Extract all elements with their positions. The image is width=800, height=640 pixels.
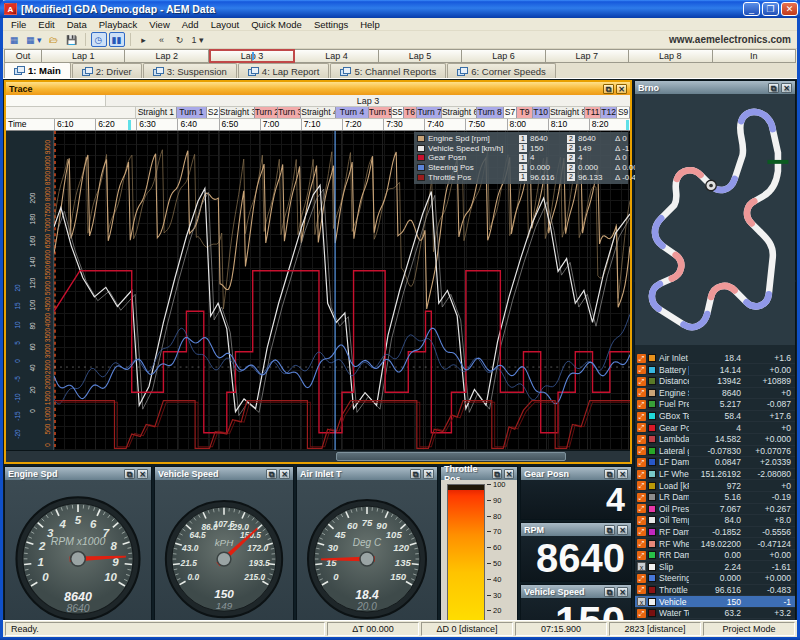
tab-corner-speeds[interactable]: 6: Corner Speeds: [447, 63, 555, 78]
lap-tab-lap-6[interactable]: Lap 6: [462, 49, 545, 63]
menu-view[interactable]: View: [143, 19, 175, 30]
channel-row-vehicle-speed-k[interactable]: xVehicle Speed [k...150-1: [635, 596, 795, 608]
channel-row-water-temp-c[interactable]: ⤢Water Temp [°C]63.2+3.2: [635, 608, 795, 620]
channel-row-load-kpa[interactable]: ⤢Load [kPa]972+0: [635, 480, 795, 492]
vehicle-speed-panel-header[interactable]: Vehicle Speed⧉✕: [155, 467, 293, 480]
lap-tab-lap-8[interactable]: Lap 8: [629, 49, 712, 63]
channel-row-rf-wheel-spd-k[interactable]: ⤢RF Wheel Spd [k...149.02200-0.47124: [635, 538, 795, 550]
open-button[interactable]: 🗁: [46, 32, 62, 47]
website-link[interactable]: www.aemelectronics.com: [669, 34, 791, 45]
engine-speed-popout-icon[interactable]: ⧉: [124, 469, 135, 479]
trace-chart[interactable]: 0500100015002000250030003500400045005000…: [6, 131, 630, 450]
trace-horizontal-scrollbar[interactable]: [6, 450, 630, 462]
trace-panel-header[interactable]: Trace ⧉ ✕: [6, 82, 630, 95]
channel-row-air-inlet-t-c[interactable]: ⤢Air Inlet T [°C]18.4+1.6: [635, 353, 795, 365]
log-channel-icon: ⤢: [637, 481, 646, 490]
gear-position-digital-header[interactable]: Gear Posn⧉✕: [521, 467, 631, 480]
menu-quick-mode[interactable]: Quick Mode: [245, 19, 308, 30]
engine-speed-panel-header[interactable]: Engine Spd⧉✕: [5, 467, 151, 480]
lap-tab-lap-7[interactable]: Lap 7: [546, 49, 629, 63]
menu-data[interactable]: Data: [61, 19, 93, 30]
throttle-pos-popout-icon[interactable]: ⧉: [492, 469, 502, 479]
menu-settings[interactable]: Settings: [308, 19, 354, 30]
maximize-button[interactable]: ❐: [762, 2, 779, 16]
plot-area[interactable]: Engine Spd [rpm]1864028640Δ 0Vehicle Spe…: [54, 131, 630, 450]
vehicle-speed-close-icon[interactable]: ✕: [617, 587, 628, 597]
vehicle-speed-digital-header[interactable]: Vehicle Speed⧉✕: [521, 585, 631, 598]
fast-play-button[interactable]: «: [154, 32, 170, 47]
tab-channel-reports[interactable]: 5: Channel Reports: [330, 63, 446, 78]
menu-file[interactable]: File: [5, 19, 32, 30]
lap-tab-lap-5[interactable]: Lap 5: [379, 49, 462, 63]
channel-row-steering-pos[interactable]: ⤢Steering Pos0.000+0.000: [635, 573, 795, 585]
air-inlet-temp-popout-icon[interactable]: ⧉: [410, 469, 421, 479]
channel-row-battery-v[interactable]: ⤢Battery [V]14.14+0.00: [635, 364, 795, 376]
play-button[interactable]: ▸: [136, 32, 152, 47]
tab-suspension[interactable]: 3: Suspension: [143, 63, 237, 78]
new-window-button[interactable]: ▦: [6, 32, 22, 47]
close-button[interactable]: ✕: [781, 2, 798, 16]
lap-tab-lap-1[interactable]: Lap 1: [42, 49, 125, 63]
channel-row-fuel-press-bar[interactable]: ⤢Fuel Press [bar]5.217-0.087: [635, 399, 795, 411]
value-axis: 0500100015002000250030003500400045005000…: [6, 131, 54, 450]
channel-row-engine-spd-rpm[interactable]: ⤢Engine Spd [rpm]8640+0: [635, 388, 795, 400]
track-map-header[interactable]: Brno ⧉ ✕: [635, 81, 795, 94]
vehicle-speed-popout-icon[interactable]: ⧉: [604, 587, 615, 597]
gear-position-close-icon[interactable]: ✕: [617, 469, 628, 479]
air-inlet-temp-panel-header[interactable]: Air Inlet T⧉✕: [297, 467, 437, 480]
rpm-digital-header[interactable]: RPM⧉✕: [521, 523, 631, 536]
vehicle-speed-unit-label: kPH: [215, 537, 234, 548]
lap-tab-lap-2[interactable]: Lap 2: [125, 49, 208, 63]
tab-lap-report[interactable]: 4: Lap Report: [238, 63, 330, 78]
time-cursor-toggle[interactable]: ◷: [91, 32, 107, 47]
marker-toggle[interactable]: ▮▮: [109, 32, 125, 47]
gear-position-popout-icon[interactable]: ⧉: [604, 469, 615, 479]
replay-button[interactable]: ↻: [172, 32, 188, 47]
channel-row-oil-temp-c[interactable]: ⤢Oil Temp [°C]84.0+8.0: [635, 515, 795, 527]
trace-close-icon[interactable]: ✕: [616, 84, 627, 94]
new-window-dropdown[interactable]: ▦ ▾: [24, 32, 44, 47]
menu-playback[interactable]: Playback: [93, 19, 144, 30]
channel-row-distance[interactable]: ⤢Distance13942+10889: [635, 376, 795, 388]
vehicle-speed-digital-panel: Vehicle Speed⧉✕150: [520, 584, 632, 620]
vehicle-speed-popout-icon[interactable]: ⧉: [266, 469, 277, 479]
channel-row-throttle-pos[interactable]: ⤢Throttle Pos96.616-0.483: [635, 585, 795, 597]
minimize-button[interactable]: _: [743, 2, 760, 16]
channel-row-lf-wheel-spd-k[interactable]: ⤢LF Wheel Spd [k...151.26192-2.08080: [635, 469, 795, 481]
tab-driver[interactable]: 2: Driver: [72, 63, 142, 78]
track-map-close-icon[interactable]: ✕: [781, 83, 792, 93]
lap-tab-lap-3[interactable]: Lap 3: [209, 49, 295, 63]
channel-row-gbox-temp-c[interactable]: ⤢GBox Temp [°C]58.4+17.6: [635, 411, 795, 423]
channel-row-oil-press-bar[interactable]: ⤢Oil Press [bar]7.067+0.267: [635, 504, 795, 516]
engine-speed-close-icon[interactable]: ✕: [137, 469, 148, 479]
tab-main[interactable]: 1: Main: [4, 62, 71, 78]
rpm-close-icon[interactable]: ✕: [617, 525, 628, 535]
channel-row-rf-damper[interactable]: ⤢RF Damper-0.1852-0.5556: [635, 527, 795, 539]
lap-tab-lap-4[interactable]: Lap 4: [295, 49, 378, 63]
channel-row-lateral-g-g[interactable]: ⤢Lateral g [G]-0.07830+0.07076: [635, 446, 795, 458]
channel-row-slip[interactable]: xSlip2.24-1.61: [635, 561, 795, 573]
menu-edit[interactable]: Edit: [32, 19, 60, 30]
track-map-popout-icon[interactable]: ⧉: [768, 83, 779, 93]
channel-row-lambda-afr-ga[interactable]: ⤢Lambda [AFR Ga...14.582+0.000: [635, 434, 795, 446]
scrollbar-thumb[interactable]: [336, 452, 566, 461]
rpm-popout-icon[interactable]: ⧉: [604, 525, 615, 535]
throttle-pos-panel-header[interactable]: Throttle Pos⧉✕: [441, 467, 517, 480]
lap-tab-in[interactable]: In: [713, 49, 796, 63]
lap-tab-out[interactable]: Out: [4, 49, 42, 63]
screen-layout-button[interactable]: 1 ▾: [190, 32, 206, 47]
menu-layout[interactable]: Layout: [205, 19, 246, 30]
air-inlet-temp-close-icon[interactable]: ✕: [423, 469, 434, 479]
channel-row-gear-posn[interactable]: ⤢Gear Posn4+0: [635, 422, 795, 434]
channel-row-lr-damper[interactable]: ⤢LR Damper5.16-0.19: [635, 492, 795, 504]
menu-add[interactable]: Add: [176, 19, 205, 30]
time-axis-row[interactable]: Time 6:106:206:306:406:507:007:107:207:3…: [6, 119, 630, 131]
channel-row-rr-damper[interactable]: ⤢RR Damper0.00+0.00: [635, 550, 795, 562]
vehicle-speed-close-icon[interactable]: ✕: [279, 469, 290, 479]
channel-row-lf-damper[interactable]: ⤢LF Damper0.0847+2.0339: [635, 457, 795, 469]
menu-help[interactable]: Help: [354, 19, 386, 30]
trace-popout-icon[interactable]: ⧉: [603, 84, 614, 94]
title-bar[interactable]: A [Modified] GDA Demo.gdap - AEM Data _ …: [0, 0, 800, 18]
throttle-pos-close-icon[interactable]: ✕: [504, 469, 514, 479]
save-button[interactable]: 💾: [64, 32, 80, 47]
